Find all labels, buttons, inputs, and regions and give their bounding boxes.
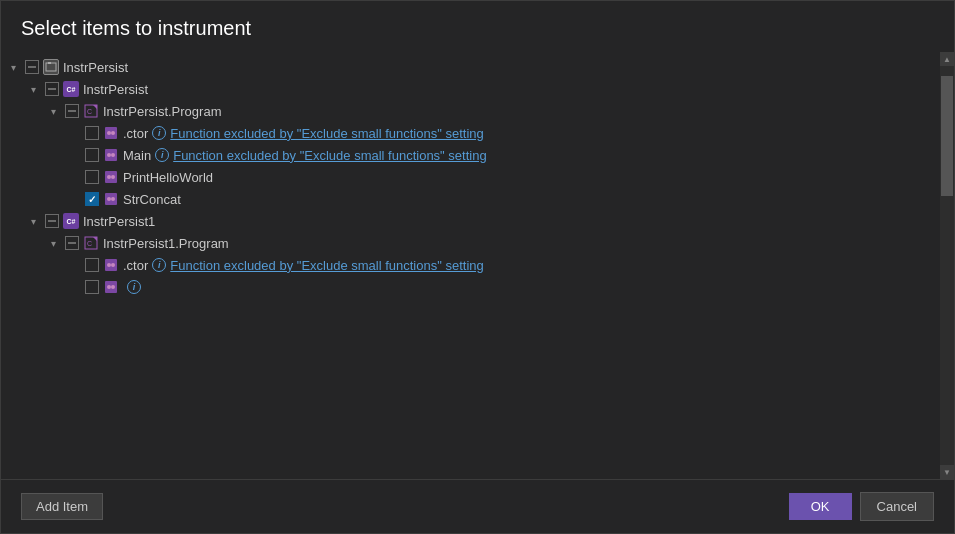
- expander-icon[interactable]: ▾: [45, 103, 61, 119]
- tree-item-checkbox[interactable]: [65, 104, 79, 118]
- svg-point-7: [111, 131, 115, 135]
- svg-text:C: C: [87, 240, 92, 247]
- tree-item-checkbox[interactable]: [85, 126, 99, 140]
- expander-icon[interactable]: ▾: [25, 81, 41, 97]
- dialog-footer: Add Item OK Cancel: [1, 479, 954, 533]
- tree-item[interactable]: ▾C#InstrPersist: [1, 78, 940, 100]
- svg-point-21: [107, 263, 111, 267]
- info-icon[interactable]: i: [152, 126, 166, 140]
- tree-item-label: PrintHelloWorld: [123, 170, 213, 185]
- tree-item-label: InstrPersist.Program: [103, 104, 221, 119]
- scroll-up-arrow[interactable]: ▲: [940, 52, 954, 66]
- excluded-link[interactable]: Function excluded by "Exclude small func…: [170, 258, 483, 273]
- ok-button[interactable]: OK: [789, 493, 852, 520]
- info-icon[interactable]: i: [127, 280, 141, 294]
- tree-area[interactable]: ▾ InstrPersist▾C#InstrPersist▾ C InstrPe…: [1, 52, 940, 479]
- svg-point-22: [111, 263, 115, 267]
- tree-item-label: InstrPersist: [83, 82, 148, 97]
- svg-rect-1: [48, 62, 51, 64]
- tree-item-checkbox[interactable]: [85, 258, 99, 272]
- scrollbar-track[interactable]: [940, 66, 954, 465]
- svg-point-6: [107, 131, 111, 135]
- scrollbar-thumb[interactable]: [941, 76, 953, 196]
- tree-item[interactable]: ▾ .ctoriFunction excluded by "Exclude sm…: [1, 122, 940, 144]
- tree-item[interactable]: ▾ i: [1, 276, 940, 298]
- scroll-down-arrow[interactable]: ▼: [940, 465, 954, 479]
- tree-item-checkbox[interactable]: [45, 214, 59, 228]
- tree-item-checkbox[interactable]: [85, 170, 99, 184]
- expander-icon[interactable]: ▾: [25, 213, 41, 229]
- method-icon: [103, 191, 119, 207]
- tree-item[interactable]: ▾ C InstrPersist1.Program: [1, 232, 940, 254]
- tree-item-checkbox[interactable]: [25, 60, 39, 74]
- svg-rect-0: [46, 63, 56, 71]
- excluded-link[interactable]: Function excluded by "Exclude small func…: [170, 126, 483, 141]
- tree-item-label: InstrPersist1: [83, 214, 155, 229]
- tree-item[interactable]: ▾C#InstrPersist1: [1, 210, 940, 232]
- tree-item-checkbox[interactable]: [65, 236, 79, 250]
- tree-item[interactable]: ▾✓ StrConcat: [1, 188, 940, 210]
- excluded-link[interactable]: Function excluded by "Exclude small func…: [173, 148, 486, 163]
- tree-item[interactable]: ▾ PrintHelloWorld: [1, 166, 940, 188]
- method-icon: [103, 125, 119, 141]
- tree-item[interactable]: ▾ .ctoriFunction excluded by "Exclude sm…: [1, 254, 940, 276]
- tree-item[interactable]: ▾ InstrPersist: [1, 56, 940, 78]
- tree-item-checkbox[interactable]: ✓: [85, 192, 99, 206]
- tree-item-label: .ctor: [123, 126, 148, 141]
- svg-marker-18: [93, 237, 97, 241]
- expander-icon[interactable]: ▾: [45, 235, 61, 251]
- dialog-title: Select items to instrument: [1, 1, 954, 52]
- svg-point-10: [111, 153, 115, 157]
- dialog-body: ▾ InstrPersist▾C#InstrPersist▾ C InstrPe…: [1, 52, 954, 479]
- info-icon[interactable]: i: [155, 148, 169, 162]
- info-icon[interactable]: i: [152, 258, 166, 272]
- method-icon: [103, 279, 119, 295]
- method-icon: [103, 147, 119, 163]
- svg-point-16: [111, 197, 115, 201]
- solution-icon: [43, 59, 59, 75]
- tree-item-label: StrConcat: [123, 192, 181, 207]
- svg-marker-3: [93, 105, 97, 109]
- tree-item-label: InstrPersist1.Program: [103, 236, 229, 251]
- svg-point-24: [107, 285, 111, 289]
- csharp-project-icon: C#: [63, 213, 79, 229]
- class-icon: C: [83, 103, 99, 119]
- svg-point-15: [107, 197, 111, 201]
- svg-point-13: [111, 175, 115, 179]
- tree-item-checkbox[interactable]: [45, 82, 59, 96]
- scrollbar[interactable]: ▲ ▼: [940, 52, 954, 479]
- svg-point-12: [107, 175, 111, 179]
- class-icon: C: [83, 235, 99, 251]
- method-icon: [103, 257, 119, 273]
- tree-item[interactable]: ▾ MainiFunction excluded by "Exclude sma…: [1, 144, 940, 166]
- svg-point-9: [107, 153, 111, 157]
- method-icon: [103, 169, 119, 185]
- tree-item-checkbox[interactable]: [85, 280, 99, 294]
- tree-item-label: .ctor: [123, 258, 148, 273]
- svg-point-25: [111, 285, 115, 289]
- expander-icon[interactable]: ▾: [5, 59, 21, 75]
- add-item-button[interactable]: Add Item: [21, 493, 103, 520]
- tree-item-label: InstrPersist: [63, 60, 128, 75]
- cancel-button[interactable]: Cancel: [860, 492, 934, 521]
- tree-item-label: Main: [123, 148, 151, 163]
- csharp-project-icon: C#: [63, 81, 79, 97]
- tree-item-checkbox[interactable]: [85, 148, 99, 162]
- tree-item[interactable]: ▾ C InstrPersist.Program: [1, 100, 940, 122]
- select-items-dialog: Select items to instrument ▾ InstrPersis…: [0, 0, 955, 534]
- svg-text:C: C: [87, 108, 92, 115]
